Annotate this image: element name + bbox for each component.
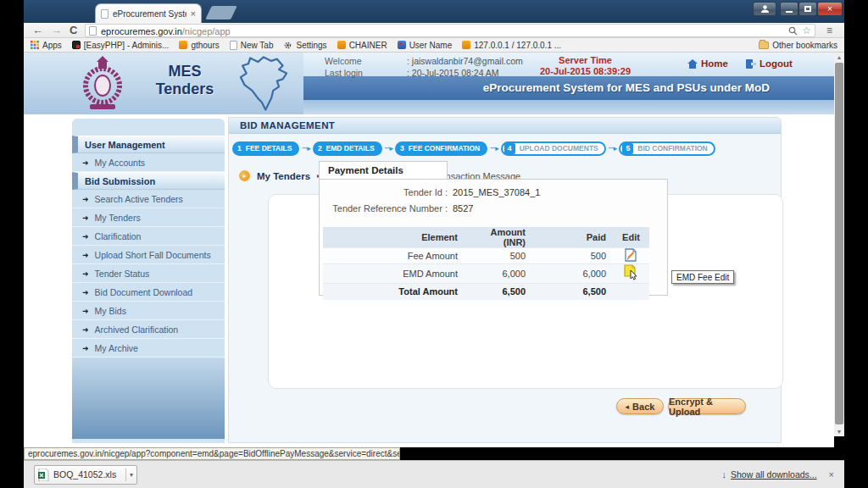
- apps-grid-icon: [31, 41, 39, 49]
- bookmark-star-icon[interactable]: ☆: [802, 25, 811, 36]
- browser-tab[interactable]: eProcurement System for ×: [95, 3, 202, 23]
- scroll-up-icon[interactable]: ▲: [834, 53, 844, 62]
- logout-link[interactable]: Logout: [746, 58, 793, 69]
- download-bar-close-icon[interactable]: ×: [829, 469, 834, 480]
- step-upload-documents[interactable]: 4UPLOAD DOCUMENTS: [501, 141, 606, 156]
- site-header: eProcurement System for MES and PSUs und…: [24, 53, 834, 114]
- step-fee-details[interactable]: 1FEE DETAILS: [232, 141, 299, 156]
- bookmark-user-name[interactable]: User Name: [398, 41, 453, 50]
- tab-close-icon[interactable]: ×: [191, 8, 196, 19]
- sidebar-item-tender-status[interactable]: ➜Tender Status: [72, 264, 225, 283]
- banner-underline: [303, 100, 834, 114]
- sidebar-item-my-archive[interactable]: ➜My Archive: [72, 339, 225, 358]
- col-header-paid: Paid: [532, 227, 613, 248]
- breadcrumb-my-tenders[interactable]: My Tenders: [257, 171, 310, 181]
- letterbox-left: [0, 0, 24, 488]
- encrypt-upload-button[interactable]: Encrypt & Upload: [668, 398, 746, 414]
- scrollbar-thumb[interactable]: [835, 63, 843, 424]
- download-bar: BOQ_41052.xls ▾ ↓ Show all downloads... …: [24, 460, 844, 488]
- sidebar-item-my-tenders[interactable]: ➜My Tenders: [72, 208, 225, 227]
- back-button[interactable]: ◂ Back: [616, 398, 664, 414]
- profile-button[interactable]: [753, 2, 776, 16]
- home-icon: [687, 59, 698, 69]
- url-text: eprocuremes.gov.in/nicgep/app: [101, 23, 231, 38]
- cell-amount: 6,000: [465, 264, 532, 284]
- sidebar-item-search-active-tenders[interactable]: ➜Search Active Tenders: [72, 190, 225, 208]
- step-bid-confirmation[interactable]: 5BID CONFIRMATION: [619, 141, 715, 156]
- fee-edit-icon[interactable]: [625, 248, 637, 262]
- tender-ref-label: Tender Reference Number :: [323, 203, 448, 214]
- screen: eProcurement System for × × ← → C eprocu…: [0, 0, 868, 488]
- step-arrow-icon: ···▸: [385, 144, 393, 152]
- letterbox-right: [844, 0, 868, 488]
- forward-icon[interactable]: →: [51, 23, 62, 38]
- arrow-icon: ➜: [82, 344, 89, 352]
- arrow-icon: ➜: [82, 232, 89, 241]
- bookmark-settings[interactable]: Settings: [283, 41, 326, 50]
- cell-paid: 6,500: [532, 284, 613, 300]
- sidebar-item-clarification[interactable]: ➜Clarification: [72, 227, 225, 246]
- download-file-name: BOQ_41052.xls: [53, 469, 121, 480]
- other-bookmarks[interactable]: Other bookmarks: [759, 41, 837, 50]
- gear-icon: [283, 41, 292, 50]
- sidebar-item-bid-document-download[interactable]: ➜Bid Document Download: [72, 283, 225, 302]
- arrow-icon: ➜: [82, 307, 89, 315]
- step-emd-details[interactable]: 2EMD DETAILS: [313, 141, 382, 156]
- breadcrumb-bullet-icon: ▸: [239, 170, 250, 181]
- show-all-downloads-link[interactable]: Show all downloads...: [731, 469, 817, 480]
- sidebar: User Management ➜ My Accounts Bid Submis…: [72, 119, 225, 443]
- maximize-icon: [804, 6, 811, 12]
- bookmark-easyphp[interactable]: [EasyPHP] - Adminis...: [72, 41, 170, 50]
- sidebar-item-archived-clarification[interactable]: ➜Archived Clarification: [72, 320, 225, 339]
- pma-icon: [337, 41, 346, 49]
- emd-edit-icon[interactable]: [623, 264, 640, 281]
- sidebar-section-user-management: User Management: [72, 136, 225, 153]
- cell-amount: 6,500: [465, 284, 532, 300]
- refresh-icon[interactable]: C: [70, 23, 77, 38]
- col-header-edit: Edit: [613, 227, 649, 248]
- bookmark-new-tab[interactable]: New Tab: [230, 41, 274, 50]
- sidebar-item-my-bids[interactable]: ➜My Bids: [72, 302, 225, 320]
- bookmark-chainer[interactable]: CHAINER: [337, 41, 387, 50]
- close-window-button[interactable]: ×: [817, 2, 843, 16]
- india-map-icon: [233, 54, 294, 114]
- table-header-row: Element Amount (INR) Paid Edit: [323, 227, 649, 248]
- user-icon: [398, 41, 406, 49]
- tender-id-row: Tender Id : 2015_MES_37084_1: [323, 187, 540, 197]
- sidebar-section-bid-submission: Bid Submission: [72, 172, 225, 190]
- apps-launcher[interactable]: Apps: [31, 41, 62, 50]
- scroll-down-icon[interactable]: ▼: [834, 427, 844, 436]
- step-arrow-icon: ···▸: [302, 144, 310, 152]
- step-fee-confirmation[interactable]: 3FEE CONFIRMATION: [395, 141, 487, 156]
- col-header-amount: Amount (INR): [465, 227, 532, 248]
- bookmark-gthours[interactable]: gthours: [179, 41, 219, 50]
- url-bar[interactable]: eprocuremes.gov.in/nicgep/app ☆: [85, 24, 815, 37]
- server-time-block: Server Time 20-Jul-2015 08:39:29: [494, 55, 676, 77]
- download-item[interactable]: BOQ_41052.xls ▾: [34, 465, 137, 485]
- maximize-button[interactable]: [798, 2, 817, 16]
- sidebar-item-my-accounts[interactable]: ➜ My Accounts: [72, 153, 225, 172]
- cell-element: Fee Amount: [323, 248, 465, 264]
- edit-tooltip: EMD Fee Edit: [671, 270, 734, 284]
- minimize-button[interactable]: [780, 2, 798, 16]
- pma-icon: [179, 41, 187, 49]
- page-viewport: eProcurement System for MES and PSUs und…: [24, 53, 834, 447]
- cell-element: Total Amount: [323, 284, 465, 300]
- excel-file-icon: [38, 469, 49, 481]
- logo-text: MES Tenders: [134, 63, 236, 98]
- back-icon[interactable]: ←: [32, 23, 43, 38]
- page-icon: [230, 41, 237, 50]
- chevron-down-icon[interactable]: ▾: [125, 469, 133, 481]
- sidebar-item-upload-short-fall-documents[interactable]: ➜Upload Short Fall Documents: [72, 246, 225, 264]
- server-time-value: 20-Jul-2015 08:39:29: [494, 66, 676, 77]
- home-link[interactable]: Home: [687, 58, 728, 69]
- payment-table: Element Amount (INR) Paid Edit Fee Amoun…: [323, 227, 649, 300]
- page-scrollbar[interactable]: ▲ ▼: [834, 53, 844, 436]
- last-login-label: Last login: [325, 67, 363, 79]
- zoom-search-icon[interactable]: [788, 26, 798, 36]
- server-time-label: Server Time: [494, 55, 676, 66]
- menu-icon[interactable]: ≡: [826, 23, 832, 38]
- download-arrow-icon: ↓: [722, 469, 727, 480]
- bookmark-localhost[interactable]: 127.0.0.1 / 127.0.0.1 ...: [462, 41, 561, 50]
- welcome-label: Welcome: [325, 55, 363, 67]
